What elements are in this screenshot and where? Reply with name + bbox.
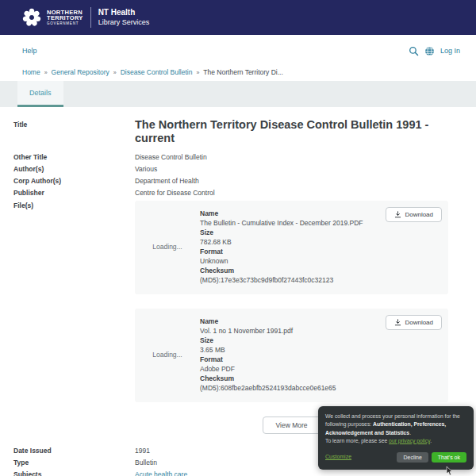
file-checksum-value: (MD5):17e3e3c73bc9d9fb0f27443fc0c32123 — [200, 275, 363, 285]
field-publisher: Publisher Centre for Disease Control — [13, 188, 448, 198]
cookie-customize-link[interactable]: Customize — [325, 453, 351, 462]
subject-link[interactable]: Acute health care — [135, 470, 227, 476]
file-format-value: Adobe PDF — [200, 364, 336, 374]
cookie-consent-banner: We collect and process your personal inf… — [318, 406, 474, 470]
view-more-button[interactable]: View More — [263, 416, 321, 434]
title-label: Title — [13, 120, 135, 129]
logo-divider — [90, 7, 91, 28]
privacy-policy-link[interactable]: our privacy policy — [389, 438, 430, 443]
file-size-value: 782.68 KB — [200, 237, 363, 247]
download-icon — [394, 319, 401, 326]
file-name-value: The Bulletin - Cumulative Index - Decemb… — [200, 218, 363, 228]
logo-line-territory: TERRITORY — [47, 15, 83, 21]
authors-label: Author(s) — [13, 164, 135, 174]
file-checksum-label: Checksum — [200, 266, 363, 275]
files-label: File(s) — [13, 201, 135, 210]
breadcrumb-current-page: The Northern Territory Di... — [203, 68, 282, 76]
file-size-value: 3.65 MB — [200, 345, 336, 355]
cookie-learn-more-text: To learn more, please see — [325, 438, 389, 443]
file-thumbnail-loading: Loading... — [143, 317, 192, 393]
breadcrumb-home[interactable]: Home — [22, 68, 40, 76]
breadcrumb-disease-control-bulletin[interactable]: Disease Control Bulletin — [121, 68, 193, 76]
nt-flower-icon — [21, 7, 42, 28]
field-subjects: Subjects Acute health care Community hea… — [13, 470, 448, 476]
field-other-title: Other Title Disease Control Bulletin — [13, 152, 448, 162]
file-format-value: Unknown — [200, 256, 363, 266]
breadcrumb: Home » General Repository » Disease Cont… — [0, 67, 476, 81]
publisher-label: Publisher — [13, 188, 135, 198]
corp-authors-value: Department of Health — [135, 176, 199, 186]
file-format-label: Format — [200, 247, 363, 256]
date-issued-value: 1991 — [135, 446, 150, 455]
tab-details[interactable]: Details — [17, 81, 63, 107]
breadcrumb-general-repository[interactable]: General Repository — [52, 68, 109, 76]
cookie-actions: Customize Decline That's ok — [325, 452, 466, 463]
file-metadata: Name Vol. 1 no 1 November 1991.pdf Size … — [200, 317, 336, 393]
cookie-decline-button[interactable]: Decline — [397, 452, 428, 463]
download-button-label: Download — [405, 319, 433, 326]
corp-authors-label: Corp Author(s) — [13, 176, 135, 186]
type-value: Bulletin — [135, 458, 157, 467]
help-link[interactable]: Help — [22, 47, 37, 55]
nt-government-logo[interactable]: NORTHERN TERRITORY GOVERNMENT — [21, 7, 83, 28]
file-name-label: Name — [200, 209, 363, 218]
mouse-cursor — [446, 466, 454, 476]
publisher-value: Centre for Disease Control — [135, 188, 215, 198]
other-title-value: Disease Control Bulletin — [135, 152, 207, 162]
file-name-value: Vol. 1 no 1 November 1991.pdf — [200, 326, 336, 336]
date-issued-label: Date Issued — [13, 446, 135, 455]
download-button-label: Download — [405, 211, 433, 218]
breadcrumb-separator: » — [113, 70, 117, 75]
cookie-learn-more-suffix: . — [430, 438, 432, 443]
breadcrumb-separator: » — [44, 70, 48, 75]
file-name-label: Name — [200, 317, 336, 326]
file-card: Loading... Name The Bulletin - Cumulativ… — [135, 201, 448, 294]
subjects-label: Subjects — [13, 470, 135, 476]
tab-bar: Details — [0, 81, 476, 107]
field-corp-authors: Corp Author(s) Department of Health — [13, 176, 448, 186]
nt-government-wordmark: NORTHERN TERRITORY GOVERNMENT — [47, 10, 83, 26]
file-format-label: Format — [200, 355, 336, 364]
field-authors: Author(s) Various — [13, 164, 448, 174]
logo-line-government: GOVERNMENT — [47, 22, 83, 26]
nav-right-group: Log In — [409, 46, 460, 56]
cookie-accept-button[interactable]: That's ok — [432, 452, 466, 463]
download-button[interactable]: Download — [386, 207, 442, 222]
subjects-list: Acute health care Community health Commu… — [135, 470, 227, 476]
file-size-label: Size — [200, 228, 363, 237]
file-size-label: Size — [200, 336, 336, 345]
search-icon[interactable] — [409, 46, 419, 56]
site-title[interactable]: NT Health Library Services — [98, 8, 150, 27]
authors-value: Various — [135, 164, 157, 174]
download-button[interactable]: Download — [386, 315, 442, 330]
other-title-label: Other Title — [13, 152, 135, 162]
file-checksum-value: (MD5):608fbe2aebfb2524193dabcce0e61e65 — [200, 383, 336, 393]
cookie-message: We collect and process your personal inf… — [325, 413, 466, 445]
download-icon — [394, 211, 401, 218]
type-label: Type — [13, 458, 135, 467]
cookie-buttons: Decline That's ok — [397, 452, 466, 463]
cookie-text-after: . — [409, 430, 411, 436]
file-checksum-label: Checksum — [200, 374, 336, 383]
secondary-nav: Help Log In — [0, 35, 476, 67]
site-title-line1: NT Health — [98, 8, 150, 18]
file-metadata: Name The Bulletin - Cumulative Index - D… — [200, 209, 363, 285]
field-title: Title The Northern Territory Disease Con… — [13, 120, 448, 146]
site-header: NORTHERN TERRITORY GOVERNMENT NT Health … — [0, 0, 476, 35]
file-card: Loading... Name Vol. 1 no 1 November 199… — [135, 309, 448, 402]
breadcrumb-separator: » — [196, 70, 199, 75]
language-globe-icon[interactable] — [424, 46, 435, 56]
login-link[interactable]: Log In — [440, 47, 460, 55]
file-thumbnail-loading: Loading... — [143, 209, 192, 285]
site-title-line2: Library Services — [98, 18, 150, 27]
page-title: The Northern Territory Disease Control B… — [135, 118, 448, 146]
